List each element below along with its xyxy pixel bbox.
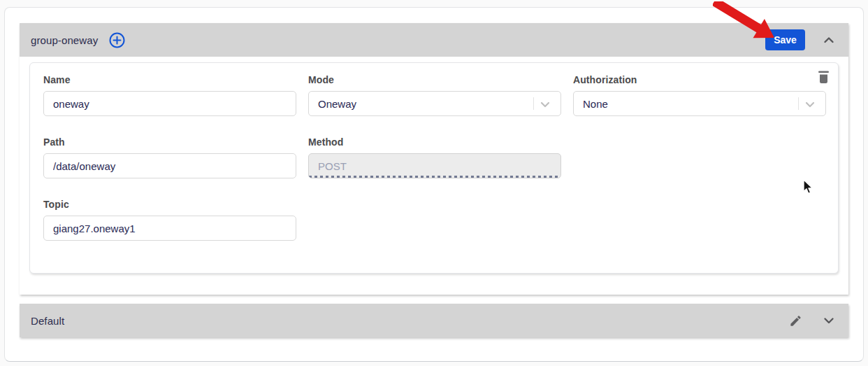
mode-select[interactable]: Oneway	[308, 91, 561, 116]
default-section-header[interactable]: Default	[20, 304, 848, 337]
chevron-up-icon	[821, 32, 837, 48]
name-field: Name	[43, 74, 296, 116]
edit-section-button[interactable]	[789, 314, 802, 328]
add-endpoint-button[interactable]	[109, 32, 125, 48]
group-oneway-section-header[interactable]: group-oneway Save	[20, 23, 848, 57]
pencil-icon	[789, 314, 802, 328]
endpoint-form-grid: Name Mode Oneway	[43, 74, 826, 241]
collapse-section-button[interactable]	[821, 32, 837, 48]
authorization-select[interactable]: None	[573, 91, 826, 116]
chevron-down-icon	[537, 97, 553, 114]
section-title: Default	[31, 315, 64, 327]
select-divider	[533, 97, 534, 110]
default-section: Default	[20, 304, 848, 337]
path-field: Path	[43, 136, 296, 178]
method-label: Method	[308, 136, 561, 148]
chevron-down-icon	[821, 313, 837, 328]
content-card: group-oneway Save	[4, 7, 864, 362]
chevron-down-icon	[802, 97, 818, 114]
expand-section-button[interactable]	[821, 313, 837, 328]
authorization-selected-value: None	[583, 98, 608, 110]
mode-selected-value: Oneway	[318, 98, 356, 110]
name-label: Name	[43, 74, 296, 85]
save-button[interactable]: Save	[765, 29, 805, 50]
section-title: group-oneway	[31, 34, 98, 46]
method-field: Method POST	[308, 136, 561, 178]
topic-input[interactable]	[43, 216, 296, 241]
topic-label: Topic	[43, 199, 296, 210]
topic-field: Topic	[43, 199, 296, 241]
page: group-oneway Save	[0, 0, 868, 366]
delete-endpoint-button[interactable]	[817, 69, 830, 84]
path-input[interactable]	[43, 153, 296, 178]
method-value: POST	[318, 160, 347, 172]
plus-circle-icon	[109, 32, 125, 48]
group-oneway-section-body: Name Mode Oneway	[20, 57, 848, 295]
path-label: Path	[43, 136, 296, 148]
method-input-disabled: POST	[308, 153, 561, 178]
trash-icon	[817, 69, 830, 84]
mode-label: Mode	[308, 74, 561, 85]
select-divider	[798, 97, 799, 110]
authorization-field: Authorization None	[573, 74, 826, 116]
authorization-label: Authorization	[573, 74, 826, 85]
mode-field: Mode Oneway	[308, 74, 561, 116]
endpoint-form-card: Name Mode Oneway	[29, 62, 839, 274]
group-oneway-section: group-oneway Save	[20, 23, 848, 295]
name-input[interactable]	[43, 91, 296, 116]
